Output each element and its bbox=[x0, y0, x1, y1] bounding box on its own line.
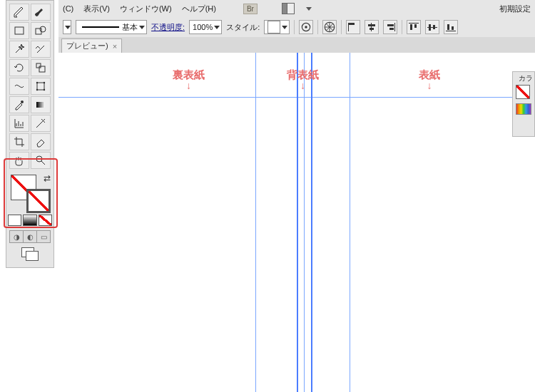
style-swatch-icon bbox=[268, 21, 280, 33]
menu-view[interactable]: 表示(V) bbox=[83, 4, 110, 14]
eyedropper-tool[interactable] bbox=[9, 96, 29, 113]
svg-point-11 bbox=[36, 89, 38, 91]
brush-tool[interactable] bbox=[31, 4, 51, 21]
label-back-cover: 裏表紙↓ bbox=[173, 68, 205, 89]
wand-tool[interactable] bbox=[9, 41, 29, 58]
opacity-value: 100% bbox=[193, 23, 213, 31]
workspace-label[interactable]: 初期設定 bbox=[499, 4, 531, 14]
label-spine: 背表紙↓ bbox=[287, 68, 319, 89]
screen-mode-full[interactable]: ◐ bbox=[24, 231, 37, 242]
guide-spine-left bbox=[297, 53, 298, 392]
stroke-swatch[interactable] bbox=[26, 189, 51, 213]
guide-v5 bbox=[350, 53, 350, 392]
canvas-area[interactable]: 裏表紙↓ 背表紙↓ 表紙↓ bbox=[58, 53, 535, 392]
svg-rect-8 bbox=[37, 83, 44, 90]
tools-panel: ⇄ ◑ ◐ ▭ bbox=[6, 0, 54, 268]
recolor-button[interactable] bbox=[322, 20, 337, 34]
svg-point-12 bbox=[44, 89, 45, 91]
style-label: スタイル: bbox=[226, 22, 260, 33]
arrow-down-icon: ↓ bbox=[427, 82, 432, 89]
menu-window[interactable]: ウィンドウ(W) bbox=[120, 4, 172, 14]
swap-fill-stroke-icon[interactable]: ⇄ bbox=[44, 173, 51, 183]
svg-point-10 bbox=[44, 82, 45, 83]
menu-c[interactable]: (C) bbox=[63, 4, 73, 13]
svg-rect-7 bbox=[39, 66, 45, 72]
align-left-button[interactable] bbox=[346, 20, 360, 34]
svg-rect-3 bbox=[15, 27, 24, 34]
svg-point-1 bbox=[305, 26, 307, 28]
stroke-style-label: 基本 bbox=[122, 22, 138, 33]
document-tab-bar: プレビュー) × bbox=[58, 37, 535, 53]
stroke-style-dropdown[interactable]: 基本 bbox=[76, 20, 147, 34]
warp-tool[interactable] bbox=[9, 78, 29, 95]
rect-tool[interactable] bbox=[9, 22, 29, 39]
style-dropdown[interactable] bbox=[264, 20, 290, 34]
label-front-cover: 表紙↓ bbox=[419, 68, 440, 89]
prefs-button[interactable] bbox=[299, 20, 313, 34]
rotate-tool[interactable] bbox=[9, 59, 29, 76]
shape-tool[interactable] bbox=[31, 22, 51, 39]
scale-tool[interactable] bbox=[31, 59, 51, 76]
color-spectrum[interactable] bbox=[516, 103, 531, 115]
stroke-dropdown[interactable] bbox=[63, 20, 71, 34]
gradient-mode-button[interactable] bbox=[23, 215, 36, 226]
stroke-preview-icon bbox=[79, 24, 122, 31]
arrow-down-icon: ↓ bbox=[186, 82, 191, 89]
guide-spine-right bbox=[311, 53, 312, 392]
align-bottom-button[interactable] bbox=[444, 20, 458, 34]
svg-point-9 bbox=[36, 82, 38, 83]
arrow-down-icon: ↓ bbox=[300, 82, 305, 89]
pen-tool[interactable] bbox=[9, 4, 29, 21]
graph-tool[interactable] bbox=[9, 115, 29, 132]
opacity-link[interactable]: 不透明度: bbox=[151, 22, 185, 33]
svg-rect-6 bbox=[36, 63, 41, 68]
menu-bar: (C) 表示(V) ウィンドウ(W) ヘルプ(H) Br 初期設定 bbox=[58, 0, 535, 18]
svg-rect-14 bbox=[36, 102, 45, 108]
menu-help[interactable]: ヘルプ(H) bbox=[182, 4, 216, 14]
guide-spine-mid bbox=[304, 53, 305, 392]
screen-mode-normal[interactable]: ◑ bbox=[10, 231, 24, 242]
layout-icon[interactable] bbox=[282, 3, 295, 14]
guide-v1 bbox=[255, 53, 256, 392]
bridge-badge[interactable]: Br bbox=[243, 4, 258, 14]
align-vcenter-button[interactable] bbox=[425, 20, 439, 34]
zoom-tool[interactable] bbox=[31, 152, 51, 169]
layout-dropdown-icon[interactable] bbox=[306, 7, 312, 11]
align-right-button[interactable] bbox=[383, 20, 397, 34]
color-panel[interactable]: カラ bbox=[512, 71, 535, 137]
gradient-tool[interactable] bbox=[31, 96, 51, 113]
color-panel-title: カラ bbox=[519, 73, 533, 83]
color-none-swatch[interactable] bbox=[516, 85, 530, 99]
eraser-tool[interactable] bbox=[31, 133, 51, 150]
opacity-dropdown[interactable]: 100% bbox=[189, 20, 222, 34]
free-transform-tool[interactable] bbox=[31, 78, 51, 95]
svg-point-15 bbox=[36, 156, 42, 162]
control-bar: 基本 不透明度: 100% スタイル: bbox=[58, 17, 535, 38]
arrange-documents-icon[interactable] bbox=[21, 247, 39, 260]
color-mode-button[interactable] bbox=[8, 215, 21, 226]
none-mode-button[interactable] bbox=[39, 215, 52, 226]
align-top-button[interactable] bbox=[407, 20, 421, 34]
fill-stroke-control[interactable]: ⇄ bbox=[8, 173, 52, 213]
crop-tool[interactable] bbox=[9, 133, 29, 150]
close-icon[interactable]: × bbox=[113, 42, 117, 51]
svg-point-13 bbox=[21, 100, 24, 103]
align-hcenter-button[interactable] bbox=[365, 20, 379, 34]
lasso-tool[interactable] bbox=[31, 41, 51, 58]
screen-mode-pres[interactable]: ▭ bbox=[37, 231, 50, 242]
screen-mode-group: ◑ ◐ ▭ bbox=[9, 230, 51, 243]
document-tab-label: プレビュー) bbox=[66, 41, 108, 51]
hand-tool[interactable] bbox=[9, 152, 29, 169]
slice-tool[interactable] bbox=[31, 115, 51, 132]
svg-point-5 bbox=[40, 26, 46, 32]
document-tab[interactable]: プレビュー) × bbox=[61, 38, 122, 53]
